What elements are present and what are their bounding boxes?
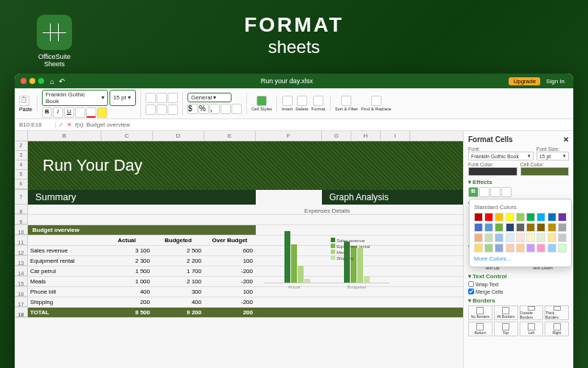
color-swatch[interactable] — [506, 213, 514, 222]
cell-reference[interactable]: B10:E18 — [19, 121, 56, 128]
color-swatch[interactable] — [506, 233, 514, 242]
color-swatch[interactable] — [495, 223, 503, 232]
align-bot-button[interactable] — [168, 93, 178, 103]
border-button[interactable]: Bottom — [468, 322, 492, 336]
color-swatch[interactable] — [495, 244, 503, 252]
italic-button[interactable]: I — [53, 107, 63, 118]
close-icon[interactable] — [21, 78, 26, 84]
align-mid-button[interactable] — [157, 93, 167, 103]
color-swatch[interactable] — [558, 213, 567, 222]
home-icon[interactable]: ⌂ — [50, 77, 54, 85]
find-button[interactable]: Find & Replace — [361, 96, 391, 111]
sb-strike[interactable] — [501, 187, 512, 197]
color-swatch[interactable] — [537, 244, 545, 252]
sb-fontcolor[interactable] — [468, 167, 517, 176]
strike-button[interactable] — [75, 107, 85, 118]
undo-icon[interactable]: ↶ — [59, 77, 65, 85]
currency-button[interactable]: $ — [187, 104, 198, 114]
color-swatch[interactable] — [506, 223, 514, 232]
color-swatch[interactable] — [558, 223, 567, 232]
minimize-icon[interactable] — [29, 78, 35, 84]
close-panel-icon[interactable]: ✕ — [563, 135, 569, 144]
color-swatch[interactable] — [548, 244, 556, 252]
confirm-icon[interactable]: ✓ — [59, 121, 64, 128]
spreadsheet[interactable]: BCDEFGHI 23456Run Your Day 7SummaryGraph… — [15, 131, 463, 368]
align-left-button[interactable] — [146, 105, 156, 115]
sb-size-select[interactable]: 15 pt▾ — [537, 152, 569, 160]
table-row[interactable]: 14Car petrol1 5001 700-200 — [15, 266, 463, 277]
color-swatch[interactable] — [484, 244, 493, 252]
color-swatch[interactable] — [537, 223, 545, 232]
table-row[interactable]: 13Equipment rental2 3002 200100 — [15, 256, 463, 266]
merge-checkbox[interactable] — [468, 289, 474, 294]
color-swatch[interactable] — [516, 233, 525, 242]
border-button[interactable]: Right — [545, 322, 569, 336]
align-right-button[interactable] — [168, 105, 178, 115]
numformat-select[interactable]: General▾ — [187, 93, 232, 102]
table-row[interactable]: 16Phone bill400300100 — [15, 287, 463, 297]
color-swatch[interactable] — [537, 233, 545, 242]
percent-button[interactable]: % — [198, 104, 209, 114]
table-row[interactable]: 12Sales revenue3 1002 500600 — [15, 246, 463, 256]
align-top-button[interactable] — [146, 93, 156, 103]
border-button[interactable]: Left — [520, 322, 544, 336]
color-swatch[interactable] — [484, 233, 493, 242]
color-swatch[interactable] — [495, 233, 503, 242]
align-center-button[interactable] — [157, 105, 167, 115]
bold-button[interactable]: B — [42, 107, 52, 118]
maximize-icon[interactable] — [38, 78, 44, 84]
format-button[interactable]: Format — [312, 96, 326, 111]
color-swatch[interactable] — [537, 213, 545, 222]
fontcolor-button[interactable] — [86, 107, 96, 118]
sort-button[interactable]: Sort & Filter — [335, 96, 359, 111]
signin-button[interactable]: Sign In — [543, 77, 567, 85]
color-swatch[interactable] — [474, 244, 483, 252]
color-swatch[interactable] — [506, 244, 514, 252]
color-swatch[interactable] — [526, 233, 535, 242]
color-swatch[interactable] — [548, 223, 556, 232]
table-row[interactable]: 15Meals1 0002 100-200 — [15, 277, 463, 287]
color-swatch[interactable] — [526, 213, 535, 222]
sb-font-select[interactable]: Franklin Gothic Book▾ — [468, 152, 534, 160]
cancel-icon[interactable]: ✕ — [67, 121, 72, 128]
formula-input[interactable]: Budget overview — [87, 121, 130, 128]
color-swatch[interactable] — [474, 213, 483, 222]
table-row[interactable]: 17Shipping200400-200 — [15, 297, 463, 308]
color-swatch[interactable] — [548, 213, 556, 222]
color-swatch[interactable] — [484, 213, 493, 222]
inc-decimal-button[interactable] — [220, 104, 231, 114]
color-swatch[interactable] — [484, 223, 493, 232]
sb-italic[interactable] — [479, 187, 490, 197]
font-select[interactable]: Franklin Gothic Book▾ — [42, 90, 108, 106]
border-button[interactable]: Outside Borders — [520, 305, 544, 320]
border-button[interactable]: Top — [494, 322, 518, 336]
color-swatch[interactable] — [516, 223, 525, 232]
color-swatch[interactable] — [516, 244, 525, 252]
color-swatch[interactable] — [474, 233, 483, 242]
border-button[interactable]: No Borders — [468, 305, 492, 320]
sb-cellcolor[interactable] — [520, 167, 570, 176]
color-swatch[interactable] — [558, 233, 567, 242]
upgrade-button[interactable]: Upgrade — [509, 77, 540, 85]
dec-decimal-button[interactable] — [232, 104, 242, 114]
color-swatch[interactable] — [495, 213, 503, 222]
comma-button[interactable]: , — [209, 104, 220, 114]
color-swatch[interactable] — [526, 244, 535, 252]
wrap-checkbox[interactable] — [468, 281, 474, 287]
more-colors-button[interactable]: More Colors... — [474, 255, 567, 262]
fillcolor-button[interactable] — [97, 107, 107, 118]
fontsize-select[interactable]: 15 pt▾ — [110, 90, 136, 106]
sb-bold[interactable]: B — [468, 187, 478, 197]
insert-button[interactable]: Insert — [282, 96, 293, 111]
sb-underline[interactable] — [490, 187, 501, 197]
delete-button[interactable]: Delete — [295, 96, 308, 111]
chevron-down-icon[interactable]: ▾ — [468, 179, 471, 185]
paste-button[interactable]: 📋 — [19, 96, 32, 106]
color-swatch[interactable] — [516, 213, 525, 222]
border-button[interactable]: Thick Borders — [545, 305, 569, 320]
color-swatch[interactable] — [474, 223, 483, 232]
underline-button[interactable]: U — [64, 107, 74, 118]
color-swatch[interactable] — [548, 233, 556, 242]
color-swatch[interactable] — [558, 244, 567, 252]
border-button[interactable]: All Borders — [494, 305, 518, 320]
